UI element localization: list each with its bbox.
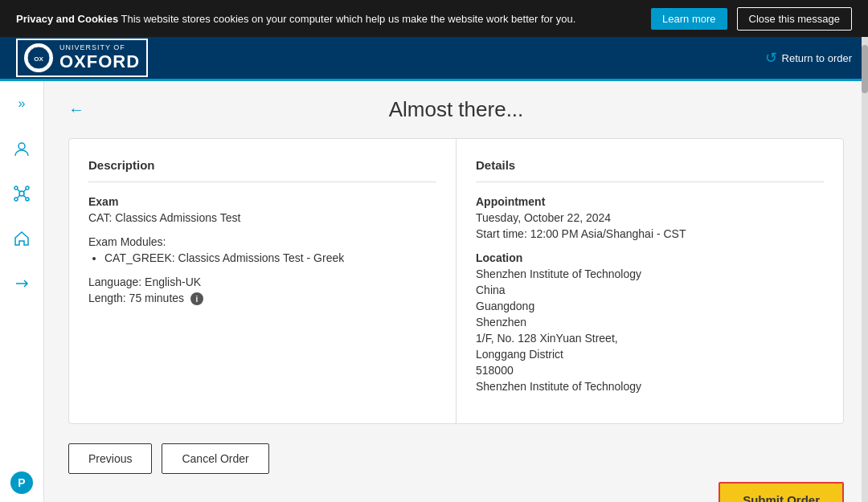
exam-value: CAT: Classics Admissions Test: [88, 211, 436, 224]
location-label: Location: [476, 251, 824, 264]
page-title-row: ← Almost there...: [68, 97, 844, 122]
cancel-order-button[interactable]: Cancel Order: [162, 443, 268, 474]
location-line-4: 1/F, No. 128 XinYuan Street,: [476, 332, 824, 345]
location-line-2: Guangdong: [476, 300, 824, 312]
info-icon[interactable]: i: [190, 292, 203, 305]
sidebar-bottom: P: [10, 471, 33, 494]
location-line-1: China: [476, 284, 824, 296]
location-line-3: Shenzhen: [476, 316, 824, 329]
bottom-buttons-row: Previous Cancel Order: [68, 443, 844, 474]
submit-order-button[interactable]: Submit Order: [719, 482, 844, 502]
location-line-7: Shenzhen Institute of Technology: [476, 380, 824, 393]
exam-modules-section: Exam Modules: CAT_GREEK: Classics Admiss…: [88, 235, 436, 264]
logo-box: OX UNIVERSITY OF OXFORD: [16, 39, 148, 77]
appointment-section: Appointment Tuesday, October 22, 2024 St…: [476, 195, 824, 240]
scrollbar-thumb[interactable]: [862, 45, 868, 93]
sidebar-expand-icon[interactable]: »: [7, 89, 36, 118]
sidebar-arrow-icon[interactable]: [7, 269, 36, 298]
details-column: Details Appointment Tuesday, October 22,…: [457, 139, 843, 423]
svg-line-11: [23, 195, 26, 198]
cookie-text-bold: Privacy and Cookies: [16, 13, 118, 25]
back-arrow-button[interactable]: ←: [68, 100, 84, 119]
scrollbar[interactable]: [862, 37, 868, 502]
logo-circle: OX: [24, 43, 53, 72]
sidebar-profile-icon[interactable]: [7, 134, 36, 163]
exam-section: Exam CAT: Classics Admissions Test: [88, 195, 436, 224]
svg-text:OX: OX: [34, 55, 43, 63]
cookie-banner: Privacy and Cookies This website stores …: [0, 0, 868, 37]
appointment-time: Start time: 12:00 PM Asia/Shanghai - CST: [476, 227, 824, 240]
return-label: Return to order: [782, 52, 852, 64]
sidebar-home-icon[interactable]: [7, 224, 36, 253]
location-section: Location Shenzhen Institute of Technolog…: [476, 251, 824, 393]
content-area: ← Almost there... Description Exam CAT: …: [44, 81, 868, 502]
cookie-text-normal: This website stores cookies on your comp…: [118, 13, 575, 25]
svg-point-5: [26, 186, 29, 190]
svg-point-6: [14, 198, 18, 201]
logo-container: OX UNIVERSITY OF OXFORD: [16, 39, 148, 77]
location-line-0: Shenzhen Institute of Technology: [476, 267, 824, 280]
sidebar: »: [0, 81, 44, 502]
svg-point-2: [18, 143, 25, 149]
pearson-badge[interactable]: P: [10, 471, 33, 494]
length-value: Length: 75 minutes i: [88, 292, 436, 305]
svg-point-7: [26, 198, 29, 201]
svg-point-4: [14, 186, 18, 190]
appointment-date: Tuesday, October 22, 2024: [476, 211, 824, 224]
description-column: Description Exam CAT: Classics Admission…: [69, 139, 457, 423]
card-columns: Description Exam CAT: Classics Admission…: [69, 139, 843, 423]
return-icon: ↺: [765, 49, 777, 67]
return-to-order-button[interactable]: ↺ Return to order: [765, 49, 852, 67]
header: OX UNIVERSITY OF OXFORD ↺ Return to orde…: [0, 37, 868, 81]
sidebar-network-icon[interactable]: [7, 179, 36, 208]
location-line-6: 518000: [476, 364, 824, 377]
order-details-card: Description Exam CAT: Classics Admission…: [68, 138, 844, 424]
svg-line-8: [18, 190, 20, 192]
exam-label: Exam: [88, 195, 436, 208]
previous-button[interactable]: Previous: [68, 443, 152, 474]
details-header: Details: [476, 158, 824, 182]
oxford-label: OXFORD: [59, 51, 140, 72]
logo-text: UNIVERSITY OF OXFORD: [59, 43, 140, 72]
page-title: Almost there...: [92, 97, 844, 122]
exam-modules-label: Exam Modules:: [88, 235, 436, 248]
learn-more-button[interactable]: Learn more: [651, 8, 727, 30]
cookie-text: Privacy and Cookies This website stores …: [16, 13, 641, 25]
main-layout: »: [0, 81, 868, 502]
appointment-label: Appointment: [476, 195, 824, 208]
location-line-5: Longgang District: [476, 348, 824, 361]
submit-row: Submit Order: [68, 482, 844, 502]
exam-module-item: CAT_GREEK: Classics Admissions Test - Gr…: [104, 251, 436, 264]
svg-line-9: [23, 190, 26, 192]
exam-modules-list: CAT_GREEK: Classics Admissions Test - Gr…: [104, 251, 436, 264]
language-value: Language: English-UK: [88, 275, 436, 288]
language-section: Language: English-UK Length: 75 minutes …: [88, 275, 436, 305]
pearson-letter: P: [18, 476, 25, 489]
description-header: Description: [88, 158, 436, 182]
svg-line-10: [18, 195, 20, 198]
close-message-button[interactable]: Close this message: [737, 7, 852, 31]
university-of-label: UNIVERSITY OF: [59, 43, 140, 51]
